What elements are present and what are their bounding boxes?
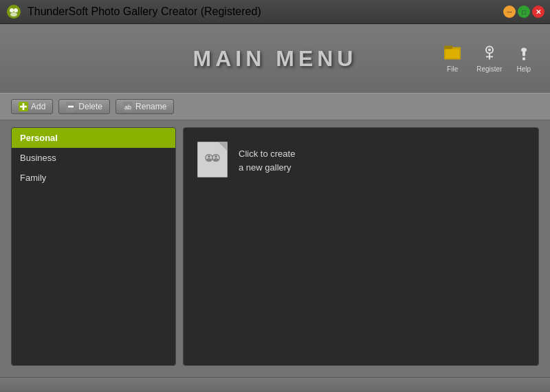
delete-icon xyxy=(66,102,76,111)
svg-rect-6 xyxy=(446,50,459,58)
main-title: MAIN MENU xyxy=(193,46,358,72)
help-icon xyxy=(517,45,531,64)
status-bar xyxy=(0,377,550,392)
action-bar: Add Delete ab Rename xyxy=(0,93,550,120)
gallery-file-icon xyxy=(197,142,232,179)
delete-button[interactable]: Delete xyxy=(58,99,110,114)
sidebar-item-business-label: Business xyxy=(20,153,56,163)
file-icon xyxy=(443,45,462,64)
new-gallery-line2: a new gallery xyxy=(239,161,295,175)
svg-point-3 xyxy=(10,12,17,17)
add-icon xyxy=(19,102,28,111)
register-icon xyxy=(481,45,498,64)
rename-label: Rename xyxy=(135,102,166,111)
help-button[interactable]: Help xyxy=(511,42,536,76)
new-gallery-button[interactable]: Click to create a new gallery xyxy=(194,138,298,183)
header-toolbar: File Register xyxy=(437,42,536,76)
window-controls: ─ □ ✕ xyxy=(503,6,544,18)
svg-point-2 xyxy=(14,8,18,12)
file-button[interactable]: File xyxy=(437,42,468,76)
title-text: ThunderSoft Photo Gallery Creator (Regis… xyxy=(28,6,261,18)
gallery-area: Click to create a new gallery xyxy=(183,127,539,366)
svg-rect-13 xyxy=(522,58,525,61)
new-gallery-text: Click to create a new gallery xyxy=(239,147,295,174)
main-content: MAIN MENU File xyxy=(0,24,550,392)
register-button[interactable]: Register xyxy=(471,42,507,76)
content-area: Personal Business Family xyxy=(0,120,550,377)
svg-point-1 xyxy=(10,8,14,12)
file-label: File xyxy=(447,65,458,73)
add-button[interactable]: Add xyxy=(11,99,53,114)
sidebar: Personal Business Family xyxy=(11,127,176,366)
register-label: Register xyxy=(476,65,502,73)
title-bar: ThunderSoft Photo Gallery Creator (Regis… xyxy=(0,0,550,24)
rename-button[interactable]: ab Rename xyxy=(116,99,174,114)
help-label: Help xyxy=(516,65,531,73)
new-gallery-line1: Click to create xyxy=(239,147,295,161)
svg-point-23 xyxy=(206,158,212,162)
svg-text:ab: ab xyxy=(124,104,131,111)
svg-point-22 xyxy=(208,155,210,157)
sidebar-item-personal[interactable]: Personal xyxy=(12,128,175,148)
sidebar-item-personal-label: Personal xyxy=(20,133,58,143)
sidebar-item-family[interactable]: Family xyxy=(12,168,175,188)
rename-icon: ab xyxy=(123,102,133,111)
header: MAIN MENU File xyxy=(0,24,550,93)
svg-rect-5 xyxy=(444,46,452,50)
app-icon xyxy=(6,3,22,20)
sidebar-item-business[interactable]: Business xyxy=(12,148,175,168)
svg-point-8 xyxy=(488,49,491,52)
add-label: Add xyxy=(31,102,45,111)
close-button[interactable]: ✕ xyxy=(532,6,544,18)
svg-point-25 xyxy=(214,155,217,157)
sidebar-item-family-label: Family xyxy=(20,173,46,183)
delete-label: Delete xyxy=(78,102,102,111)
maximize-button[interactable]: □ xyxy=(518,6,530,18)
svg-point-26 xyxy=(213,158,219,162)
minimize-button[interactable]: ─ xyxy=(503,6,516,18)
svg-rect-12 xyxy=(522,52,525,56)
